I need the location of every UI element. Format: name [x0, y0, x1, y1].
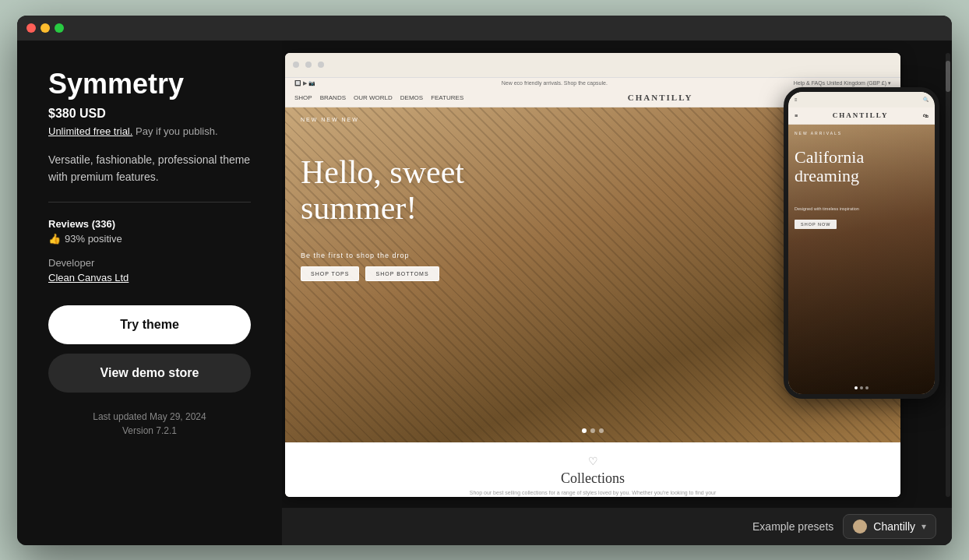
nav-shop[interactable]: SHOP: [294, 94, 312, 101]
shop-tops-button[interactable]: SHOP TOPS: [301, 266, 359, 281]
mobile-cart-icon[interactable]: 🛍: [923, 113, 928, 118]
mobile-brand-name: CHANTILLY: [833, 111, 889, 119]
mobile-status-bar: ≡ 🔍: [788, 92, 935, 107]
chevron-down-icon: ▾: [921, 521, 926, 532]
shop-bottoms-button[interactable]: SHOP BOTTOMS: [365, 266, 439, 281]
hero-badge: NEW NEW NEW: [301, 117, 359, 122]
mobile-nav: ≡ CHANTILLY 🛍: [788, 107, 935, 125]
scrollbar-thumb[interactable]: [946, 61, 950, 92]
close-window-button[interactable]: [26, 23, 36, 33]
try-theme-button[interactable]: Try theme: [48, 305, 251, 344]
hero-subtext: Be the first to shop the drop: [301, 252, 410, 259]
mobile-inner: ≡ 🔍 ≡ CHANTILLY 🛍: [788, 92, 935, 394]
left-panel: Symmetry $380 USD Unlimited free trial. …: [17, 41, 282, 545]
version-text: Version 7.2.1: [48, 425, 251, 436]
minimize-window-button[interactable]: [41, 23, 50, 33]
mobile-dot-1[interactable]: [854, 386, 858, 389]
nav-our-world[interactable]: OUR WORLD: [354, 94, 393, 101]
mobile-dot-2[interactable]: [860, 386, 863, 389]
theme-description: Versatile, fashionable, professional the…: [48, 151, 251, 186]
heart-icon: ♡: [301, 455, 885, 467]
developer-section: Developer Clean Canvas Ltd: [48, 257, 251, 284]
browser-chrome: [285, 53, 900, 78]
scrollbar-track: [946, 53, 950, 497]
mobile-headline: California dreaming: [795, 148, 864, 185]
developer-label: Developer: [48, 257, 251, 269]
mobile-hero-badge: NEW ARRIVALS: [795, 131, 842, 136]
announcement-left: 🔲 ▶ 📷: [294, 80, 315, 86]
carousel-dot-2[interactable]: [590, 428, 595, 433]
nav-items: SHOP BRANDS OUR WORLD DEMOS FEATURES: [294, 94, 463, 101]
desktop-brand-name: CHANTILLY: [628, 93, 693, 102]
theme-title: Symmetry: [48, 69, 251, 100]
collections-description: Shop our best selling collections for a …: [406, 490, 780, 495]
divider: [48, 202, 251, 203]
reviews-count: Reviews (336): [48, 218, 251, 230]
bottom-bar: Example presets Chantilly ▾: [282, 508, 952, 545]
reviews-positive-text: 93% positive: [65, 233, 122, 245]
browser-dot-3: [318, 62, 324, 68]
hero-headline: Hello, sweet summer!: [301, 154, 464, 226]
mobile-hero: NEW ARRIVALS California dreaming Designe…: [788, 125, 935, 394]
nav-demos[interactable]: DEMOS: [400, 94, 423, 101]
mobile-carousel-dots: [854, 386, 869, 389]
announcement-right: Help & FAQs United Kingdom (GBP £) ▾: [794, 80, 891, 86]
mobile-preview: ≡ 🔍 ≡ CHANTILLY 🛍: [784, 87, 939, 399]
collections-section: ♡ Collections Shop our best selling coll…: [285, 442, 900, 497]
hero-carousel-dots: [582, 428, 604, 433]
browser-dot-2: [305, 62, 312, 68]
mobile-dot-3[interactable]: [865, 386, 869, 389]
right-panel: 🔲 ▶ 📷 New eco friendly arrivals. Shop th…: [282, 41, 952, 545]
preset-dropdown[interactable]: Chantilly ▾: [843, 514, 936, 539]
thumbs-up-icon: 👍: [48, 233, 61, 245]
theme-price: $380 USD: [48, 107, 251, 121]
nav-brands[interactable]: BRANDS: [320, 94, 346, 101]
free-trial-suffix: Pay if you publish.: [136, 125, 218, 137]
mobile-shop-now-button[interactable]: SHOP NOW: [795, 220, 837, 229]
free-trial-link[interactable]: Unlimited free trial.: [48, 125, 132, 137]
reviews-positive: 👍 93% positive: [48, 233, 251, 245]
mobile-headline-line1: California: [795, 148, 864, 167]
main-window: Symmetry $380 USD Unlimited free trial. …: [17, 16, 952, 545]
preset-name: Chantilly: [873, 520, 915, 533]
last-updated-text: Last updated May 29, 2024: [48, 411, 251, 422]
developer-link[interactable]: Clean Canvas Ltd: [48, 272, 251, 284]
presets-label: Example presets: [752, 520, 833, 533]
maximize-window-button[interactable]: [55, 23, 64, 33]
view-demo-button[interactable]: View demo store: [48, 354, 251, 393]
hero-headline-line2: summer!: [301, 190, 464, 226]
browser-dot-1: [293, 62, 299, 68]
free-trial-text: Unlimited free trial. Pay if you publish…: [48, 125, 251, 137]
mobile-menu-icon[interactable]: ≡: [795, 97, 798, 102]
preview-container: 🔲 ▶ 📷 New eco friendly arrivals. Shop th…: [282, 41, 952, 508]
carousel-dot-3[interactable]: [599, 428, 604, 433]
hero-headline-line1: Hello, sweet: [301, 154, 464, 190]
main-content: Symmetry $380 USD Unlimited free trial. …: [17, 41, 952, 545]
mobile-menu-button[interactable]: ≡: [795, 113, 798, 118]
mobile-headline-line2: dreaming: [795, 167, 864, 185]
nav-features[interactable]: FEATURES: [431, 94, 463, 101]
mobile-hero-subtext: Designed with timeless inspiration: [795, 206, 859, 211]
announcement-text: New eco friendly arrivals. Shop the caps…: [502, 80, 608, 86]
reviews-section: Reviews (336) 👍 93% positive: [48, 218, 251, 245]
window-chrome: [17, 16, 952, 41]
preset-color-dot: [853, 519, 867, 534]
carousel-dot-1[interactable]: [582, 428, 587, 433]
mobile-search-icon[interactable]: 🔍: [923, 97, 928, 102]
hero-buttons: SHOP TOPS SHOP BOTTOMS: [301, 266, 439, 281]
collections-title: Collections: [301, 470, 885, 487]
